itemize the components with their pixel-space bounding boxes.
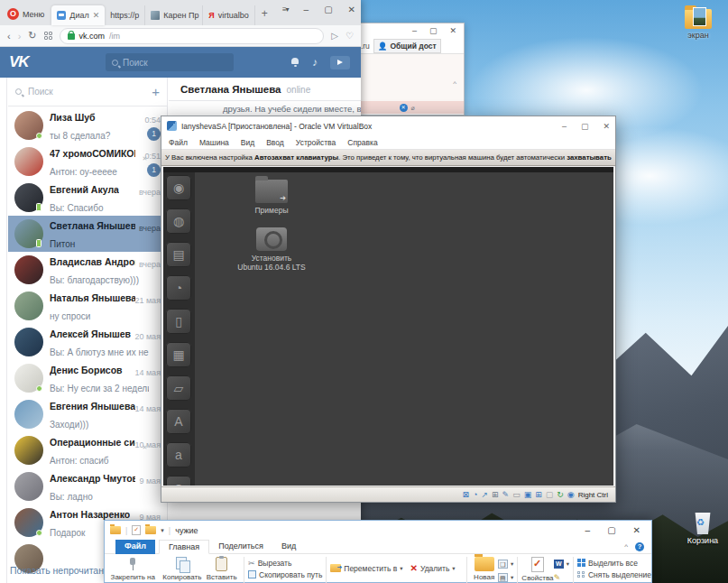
minimize-button[interactable]: – (412, 26, 417, 35)
menu-item[interactable]: Машина (199, 138, 229, 147)
cut-button[interactable]: ✂ Вырезать (248, 557, 322, 569)
launcher-icon[interactable]: A (166, 409, 191, 434)
delete-button[interactable]: ✕ Удалить ▾ (410, 562, 456, 574)
virtualbox-titlebar[interactable]: IanyshevaSA [Приостановлена] - Oracle VM… (161, 116, 615, 135)
edit-button[interactable]: ✎ (554, 571, 569, 583)
dialog-list-item[interactable]: 47 хромоСОМИКОВ ✕ Антон: оу-еееее 0:51 1 (8, 143, 167, 180)
status-icon[interactable]: ⊞ (535, 490, 542, 500)
menu-item[interactable]: Устройства (296, 138, 336, 147)
reload-button[interactable]: ↻ (28, 30, 36, 42)
ribbon-tab[interactable]: Главная (159, 540, 209, 554)
dialog-list-item[interactable]: Евгений Акула Вы: Спасибо вчера (8, 180, 167, 216)
opera-menu-button[interactable]: O Меню (0, 8, 51, 25)
chat-title[interactable]: Светлана Янышева (180, 84, 281, 95)
browser-tab[interactable]: https://p (105, 5, 145, 25)
clear-selection-button[interactable]: Снять выделение (577, 569, 651, 580)
copy-button[interactable]: Копировать (161, 557, 203, 581)
vk-global-search[interactable]: Поиск (106, 53, 234, 71)
install-ubuntu-icon[interactable]: Установить Ubuntu 16.04.6 LTS (217, 227, 326, 272)
forward-button[interactable]: › (18, 31, 22, 42)
select-all-button[interactable]: Выделить все (577, 557, 651, 569)
speed-dial-icon[interactable] (44, 32, 52, 40)
maximize-button[interactable]: ▢ (581, 122, 589, 131)
open-with-word-button[interactable]: W▾ (554, 558, 569, 569)
notifications-bell-icon[interactable] (290, 58, 299, 67)
close-button[interactable]: ✕ (633, 525, 640, 535)
minimize-button[interactable]: – (304, 5, 309, 14)
vm-screen[interactable]: ◉◍▤◔▯▦▱Aa⊛ Примеры Установить Ubuntu 16.… (163, 167, 613, 486)
status-icon[interactable]: ◉ (567, 490, 575, 500)
new-item-button[interactable]: ▤▾ (498, 571, 513, 583)
copy-path-button[interactable]: Скопировать путь (248, 569, 322, 580)
status-icon[interactable]: ▣ (524, 490, 532, 500)
status-icon[interactable]: ▭ (512, 490, 521, 500)
dialog-list-item[interactable]: Наталья Янышева ну спроси 21 мая (8, 288, 167, 324)
menu-item[interactable]: Вид (241, 138, 254, 147)
dialogs-search[interactable]: Поиск + (8, 78, 167, 106)
desktop-folder-shortcut[interactable]: экран (675, 9, 722, 40)
menu-item[interactable]: Файл (169, 138, 188, 147)
dialog-list-item[interactable]: Лиза Шуб ты 8 сделала? 0:54 1 (8, 107, 167, 143)
new-folder-button[interactable]: Новая (471, 557, 498, 581)
examples-folder-icon[interactable]: Примеры (217, 180, 326, 215)
maximize-button[interactable]: ▢ (607, 525, 615, 535)
dialog-list-item[interactable]: Денис Борисов Вы: Ну если за 2 недели не… (8, 360, 167, 396)
ribbon-tab[interactable]: Поделиться (209, 540, 272, 554)
browser-tab[interactable]: Я virtualbo (203, 5, 255, 25)
move-to-button[interactable]: Переместить в ▾ (330, 562, 402, 574)
tab-shared-access[interactable]: 👤 Общий дост (373, 39, 441, 53)
launcher-icon[interactable]: ⊛ (166, 476, 191, 486)
paste-button[interactable]: Вставить (203, 557, 240, 581)
dialog-list-item[interactable]: Алексей Янышев Вы: А блютуз мне их не по… (8, 324, 167, 360)
new-conversation-button[interactable]: + (152, 84, 160, 99)
dialog-list-item[interactable]: Владислав Андронов Вы: благодарствую))) … (8, 252, 167, 288)
status-icon[interactable]: ↻ (557, 490, 564, 500)
status-icon[interactable]: ↗ (482, 490, 489, 500)
recycle-bin[interactable]: ♻ Корзина (679, 513, 726, 545)
status-icon[interactable]: ◔ (473, 490, 477, 500)
pin-to-quick-access-button[interactable]: Закрепить на панели (105, 557, 161, 583)
video-button[interactable] (330, 56, 350, 69)
share-icon[interactable]: ▷ (331, 31, 338, 41)
new-tab-button[interactable]: + (255, 7, 274, 25)
browser-tab[interactable]: Диал ✕ (51, 5, 105, 25)
quick-access-properties-icon[interactable] (132, 525, 141, 535)
ribbon-tab[interactable]: Файл (115, 540, 155, 554)
launcher-icon[interactable]: ▯ (166, 309, 191, 334)
launcher-icon[interactable]: ◔ (166, 275, 191, 301)
minimize-button[interactable]: – (585, 525, 591, 535)
minimize-button[interactable]: – (562, 122, 567, 131)
ribbon-tab[interactable]: Вид (272, 540, 305, 554)
launcher-icon[interactable]: a (166, 442, 191, 467)
explorer-titlebar[interactable]: | ▾ | чужие – ▢ ✕ (105, 521, 651, 540)
menu-item[interactable]: Ввод (266, 138, 284, 147)
dialog-list-item[interactable]: Александр Чмутов Вы: ладно 9 мая (8, 468, 167, 504)
status-icon[interactable]: ✎ (502, 490, 510, 500)
dismiss-icon[interactable]: ✕ (400, 104, 408, 112)
close-button[interactable]: ✕ (603, 122, 610, 131)
launcher-icon[interactable]: ▤ (166, 242, 191, 267)
mute-notification-icon[interactable]: ⌀ (411, 104, 420, 112)
easy-access-button[interactable]: ❏▾ (498, 558, 513, 569)
status-icon[interactable]: ⊠ (463, 490, 470, 500)
status-icon[interactable]: ▢ (546, 490, 554, 500)
maximize-button[interactable]: ▢ (324, 5, 332, 14)
quick-access-new-folder-icon[interactable] (145, 526, 156, 534)
tab-close-icon[interactable]: ✕ (93, 11, 100, 20)
collapse-ribbon-icon[interactable]: ^ (624, 542, 628, 551)
tab-menu-icon[interactable]: ≡▾ (282, 5, 289, 14)
dialog-list-item[interactable]: Светлана Янышева Питон вчера (8, 216, 167, 252)
menu-item[interactable]: Справка (347, 138, 377, 147)
close-button[interactable]: ✕ (348, 5, 355, 14)
bookmark-heart-icon[interactable]: ♡ (346, 31, 354, 41)
browser-tab[interactable]: Карен Пр (145, 5, 203, 25)
close-button[interactable]: ✕ (449, 26, 456, 35)
launcher-icon[interactable]: ◉ (166, 175, 191, 200)
vk-logo[interactable]: VK (9, 53, 29, 71)
launcher-icon[interactable]: ▦ (166, 342, 191, 367)
back-button[interactable]: ‹ (7, 31, 11, 42)
scroll-up-icon[interactable]: ^ (355, 54, 464, 88)
launcher-icon[interactable]: ▱ (166, 375, 191, 401)
dialog-list-item[interactable]: Операционные систе... ✕ Антон: спасиб 10… (8, 432, 167, 468)
dialog-list-item[interactable]: Евгения Янышева(Самар... Заходи))) 14 ма… (8, 396, 167, 432)
